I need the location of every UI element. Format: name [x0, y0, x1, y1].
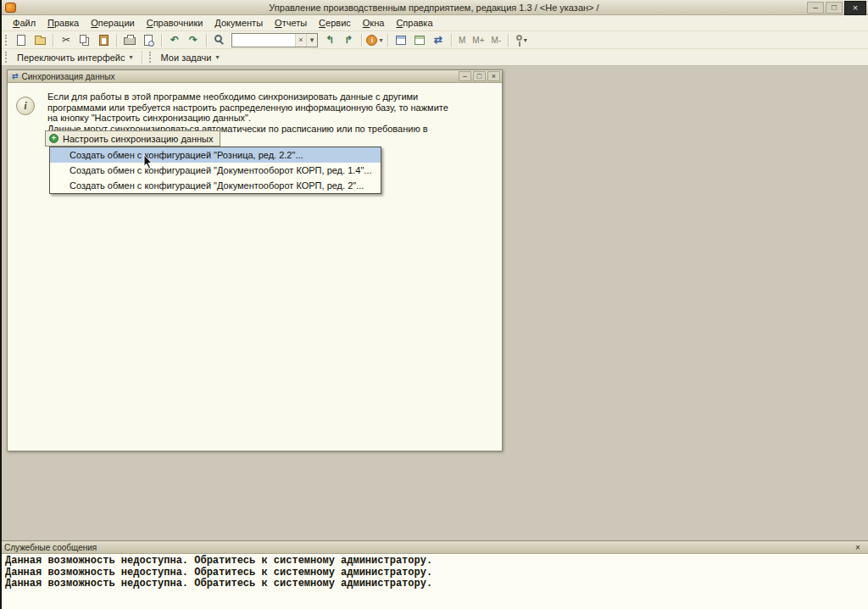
sync-window: ⇄ Синхронизация данных – □ × i Если для … — [7, 69, 503, 451]
configure-sync-button[interactable]: + Настроить синхронизацию данных — [45, 130, 220, 147]
minimize-button[interactable]: – — [807, 2, 824, 14]
toolbar-separator — [116, 34, 117, 47]
configure-sync-label: Настроить синхронизацию данных — [63, 134, 213, 144]
menu-edit[interactable]: Правка — [42, 16, 85, 30]
message-line: Данная возможность недоступна. Обратитес… — [5, 556, 863, 567]
service-messages-body: Данная возможность недоступна. Обратитес… — [0, 554, 868, 592]
menu-file[interactable]: Файл — [7, 16, 42, 30]
menu-item-exchange-docflow-korp-2[interactable]: Создать обмен с конфигурацией "Документо… — [50, 178, 381, 193]
menu-documents[interactable]: Документы — [209, 16, 269, 30]
titlebar[interactable]: Управление производственным предприятием… — [0, 0, 868, 15]
sync-window-titlebar[interactable]: ⇄ Синхронизация данных – □ × — [8, 70, 502, 83]
cut-icon: ✂ — [62, 35, 70, 45]
open-button[interactable] — [31, 32, 48, 48]
window-controls: – □ × — [807, 0, 866, 15]
calculator-combo: × ▾ — [231, 33, 318, 47]
goto-next-icon: ↱ — [344, 35, 353, 45]
print-preview-icon — [144, 35, 153, 46]
new-document-icon — [17, 35, 25, 46]
chevron-down-icon: ▾ — [130, 53, 133, 61]
cut-button[interactable]: ✂ — [58, 32, 75, 48]
exchange-icon: ⇄ — [434, 35, 442, 45]
mdi-workspace: ⇄ Синхронизация данных – □ × i Если для … — [0, 66, 868, 540]
sync-close-button[interactable]: × — [487, 71, 500, 81]
service-messages-header[interactable]: Служебные сообщения × — [0, 541, 868, 554]
table-icon — [396, 36, 406, 45]
table-button[interactable] — [392, 32, 409, 48]
screen-left-edge — [0, 0, 2, 609]
copy-icon — [80, 35, 86, 43]
calculator-dropdown-button[interactable]: ▾ — [306, 34, 317, 47]
print-preview-button[interactable] — [140, 32, 157, 48]
sync-dropdown-menu: Создать обмен с конфигурацией "Розница, … — [49, 147, 381, 194]
menu-help[interactable]: Справка — [390, 16, 438, 30]
menu-operations[interactable]: Операции — [85, 16, 140, 30]
message-line: Данная возможность недоступна. Обратитес… — [5, 567, 863, 579]
search-icon — [214, 35, 222, 42]
info-icon: i — [366, 35, 377, 46]
info-button[interactable]: i ▾ — [366, 32, 383, 48]
undo-icon: ↶ — [170, 35, 179, 45]
spreadsheet-icon — [415, 36, 425, 45]
menu-windows[interactable]: Окна — [357, 16, 391, 30]
redo-icon: ↷ — [189, 35, 198, 45]
toolbar-separator — [451, 34, 452, 47]
app-logo-icon — [5, 3, 16, 13]
service-messages-title: Служебные сообщения — [4, 543, 852, 552]
menu-service[interactable]: Сервис — [313, 16, 357, 30]
menu-item-exchange-docflow-korp-1-4[interactable]: Создать обмен с конфигурацией "Документо… — [50, 163, 381, 178]
menu-reports[interactable]: Отчеты — [269, 16, 313, 30]
toolbar-separator — [206, 34, 207, 47]
sync-minimize-button[interactable]: – — [459, 71, 471, 81]
interface-toolbar: Переключить интерфейс ▾ Мои задачи ▾ — [0, 49, 868, 66]
key-icon — [516, 35, 522, 41]
goto-prev-button[interactable]: ↰ — [321, 32, 338, 48]
menubar: Файл Правка Операции Справочники Докумен… — [0, 15, 868, 31]
close-button[interactable]: × — [844, 1, 866, 15]
toolbar-grip[interactable] — [149, 52, 153, 63]
info-icon: i — [16, 97, 35, 115]
toolbar-separator — [361, 34, 362, 47]
sync-window-icon: ⇄ — [12, 72, 19, 80]
new-button[interactable] — [13, 32, 30, 48]
sync-window-title: Синхронизация данных — [22, 72, 457, 81]
find-button[interactable] — [211, 32, 228, 48]
paste-button[interactable] — [95, 32, 112, 48]
toolbar-separator — [142, 51, 142, 64]
memory-recall-button[interactable]: M — [455, 32, 469, 48]
print-button[interactable] — [121, 32, 138, 48]
exchange-button[interactable]: ⇄ — [430, 32, 447, 48]
chevron-down-icon: ▾ — [215, 53, 219, 61]
switch-interface-button[interactable]: Переключить интерфейс ▾ — [12, 50, 138, 65]
calculator-input[interactable] — [232, 34, 295, 47]
memory-subtract-button[interactable]: M- — [488, 32, 505, 48]
sync-window-body: i Если для работы в этой программе необх… — [8, 83, 502, 451]
messages-close-button[interactable]: × — [852, 542, 864, 552]
service-messages-panel: Служебные сообщения × Данная возможность… — [0, 540, 868, 609]
chevron-down-icon: ▾ — [524, 36, 527, 44]
my-tasks-button[interactable]: Мои задачи ▾ — [156, 50, 225, 65]
maximize-button[interactable]: □ — [826, 2, 843, 14]
open-folder-icon — [35, 37, 46, 45]
calculator-clear-button[interactable]: × — [295, 34, 306, 47]
undo-button[interactable]: ↶ — [166, 32, 183, 48]
spreadsheet-button[interactable] — [411, 32, 428, 48]
redo-button[interactable]: ↷ — [185, 32, 202, 48]
message-line: Данная возможность недоступна. Обратитес… — [5, 579, 863, 590]
window-title: Управление производственным предприятием… — [102, 3, 766, 13]
toolbar-grip[interactable] — [5, 52, 8, 63]
chevron-down-icon: ▾ — [379, 36, 382, 44]
goto-next-button[interactable]: ↱ — [340, 32, 357, 48]
service-menu-button[interactable]: ▾ — [513, 32, 530, 48]
my-tasks-label: Мои задачи — [161, 53, 212, 63]
printer-icon — [124, 37, 136, 45]
add-icon: + — [49, 134, 58, 143]
paste-icon — [99, 35, 108, 46]
menu-references[interactable]: Справочники — [141, 16, 209, 30]
sync-maximize-button[interactable]: □ — [473, 71, 486, 81]
copy-button[interactable] — [76, 32, 93, 48]
toolbar-separator — [53, 34, 53, 47]
memory-add-button[interactable]: M+ — [469, 32, 487, 48]
toolbar-grip[interactable] — [5, 35, 8, 46]
menu-item-exchange-retail-2-2[interactable]: Создать обмен с конфигурацией "Розница, … — [50, 147, 381, 163]
